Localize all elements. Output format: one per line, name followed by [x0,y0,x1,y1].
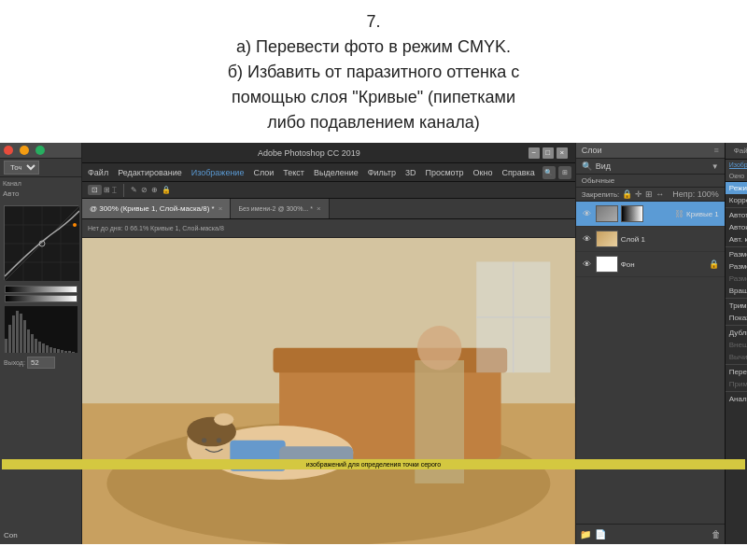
svg-rect-16 [23,320,26,353]
layers-title: Слои [582,146,602,155]
menu-rotate[interactable]: Вращение изображения ▶ [726,285,747,297]
layer-1-eye[interactable]: 👁 [582,233,593,245]
svg-rect-28 [68,351,71,353]
menu-layers[interactable]: Слои [251,168,275,177]
toolbar-eraser[interactable]: ⊘ [141,186,148,194]
menu-autotone[interactable]: Автотон Shift+Ctrl+L [726,209,747,221]
svg-rect-14 [16,311,19,353]
layer-curves-name: Кривые 1 [686,210,719,218]
layer-curves-eye[interactable]: 👁 [582,208,593,219]
tooltip-gray-point: изображений для определения точки серого [2,459,745,469]
layer-curves[interactable]: 👁 ⛓ Кривые 1 [576,202,725,227]
img-sep1 [726,207,747,208]
mode-menu-item[interactable]: Режим ▶ [726,182,747,194]
tab-1[interactable]: @ 300% (Кривые 1, Слой-маска/8) * × [82,199,231,218]
filter-arrow-icon[interactable]: ▼ [712,162,719,171]
menu-reveal[interactable]: Показать все [726,312,747,324]
menu-analysis[interactable]: Анализ ▶ [726,393,747,405]
menu-filter[interactable]: Фильтр [366,168,398,177]
minimize-icon[interactable]: − [529,147,540,159]
menu-text[interactable]: Текст [281,168,306,177]
tab-2-close[interactable]: × [317,204,321,213]
toolbar-fill[interactable]: ⊕ [151,186,158,194]
toolbar-brush[interactable]: ✎ [131,186,137,194]
layers-menu-icon[interactable]: ≡ [714,146,719,155]
toolbar-item-1[interactable]: ⊡ [88,185,102,195]
histogram [5,306,78,353]
layer-curves-thumb [596,205,618,222]
menu-view[interactable]: Просмотр [423,168,465,177]
close-btn[interactable] [4,146,13,155]
photoshop-window: Точка Канал Авто [0,143,747,544]
options-bar: Нет до дня: 0 66.1% Кривые 1, Слой-маска… [82,219,575,238]
workspace-icon[interactable]: ⊞ [558,166,571,179]
menu-imagesize[interactable]: Размер изображения... Alt+Ctrl+I [726,248,747,260]
layers-view-label[interactable]: Вид [596,161,708,171]
layer-1[interactable]: 👁 Слой 1 [576,227,725,252]
menu-extchannel[interactable]: Внешний канал... [726,339,747,351]
point-type-select[interactable]: Точка [4,161,39,175]
canvas-area[interactable] [82,238,575,544]
curves-controls: Канал Авто [0,177,81,202]
menu-3d[interactable]: 3D [403,168,418,177]
photo-content [82,238,575,544]
menu-vars[interactable]: Переменные ▶ [726,366,747,378]
menu-window[interactable]: Окно [472,168,495,177]
menu-canvassize[interactable]: Размер холста... Alt+Ctrl+C [726,260,747,273]
position-icon[interactable]: ✛ [635,189,642,199]
tab-2[interactable]: Без имени-2 @ 300%... * × [231,199,329,218]
menu-trim[interactable]: Тримминг... [726,300,747,312]
lock-label: Закрепить: [582,190,620,199]
extchannel-label: Внешний канал... [729,341,747,349]
layer-1-name: Слой 1 [621,235,645,244]
img-tab-file[interactable]: Файл [731,146,747,156]
img-tab-image[interactable]: Изображение [729,161,747,169]
output-value: 52 [27,357,55,369]
layer-bg-eye[interactable]: 👁 [582,259,593,270]
tab-1-close[interactable]: × [218,204,223,213]
menu-edit[interactable]: Редактирование [116,168,184,177]
layer-bg[interactable]: 👁 Фон 🔒 [576,252,725,277]
menu-image[interactable]: Изображение [190,168,247,177]
search-icon[interactable]: 🔍 [543,166,556,179]
lock-icon[interactable]: 🔒 [622,189,632,199]
layers-kind-label[interactable]: Обычные [582,176,614,185]
img-tab-window[interactable]: Окно [729,173,744,179]
toolbar-item-2[interactable]: ⊞ [104,186,110,194]
options-text: Нет до дня: 0 66.1% Кривые 1, Слой-маска… [88,225,224,231]
menu-select[interactable]: Выделение [312,168,360,177]
max-btn[interactable] [35,146,45,155]
img-menu-tabs-2: Изображение Слои Текст Выделение Фильтр … [726,160,747,182]
menu-autocorrect[interactable]: Авт. коррекция цвета Shift+Ctrl+B [726,233,747,245]
curves-graph[interactable] [4,205,78,280]
svg-rect-29 [72,352,75,353]
menu-calc[interactable]: Вычисления... [726,351,747,363]
menu-file[interactable]: Файл [86,168,110,177]
close-window-icon[interactable]: × [557,147,568,159]
gradient-bar-2 [5,295,78,302]
duplicate-label: Дублировать... [729,329,747,337]
output-row: Выход: 52 [0,355,81,371]
toolbar-lock[interactable]: 🔒 [162,186,171,194]
menu-icons: 🔍 ⊞ [543,166,571,179]
image-menu-panel: Файл Редактирование Изображение Слои Тек… [725,143,747,544]
toolbar-item-3[interactable]: ⌶ [112,186,117,194]
artboard-icon[interactable]: ⊞ [645,189,653,199]
menu-imageresolution[interactable]: Размер изображения [726,273,747,285]
menu-correction[interactable]: Коррекция ▶ [726,194,747,206]
menu-duplicate[interactable]: Дублировать... [726,327,747,339]
reveal-label: Показать все [729,314,747,322]
layer-bg-thumb [596,256,618,273]
maximize-icon[interactable]: □ [543,147,554,159]
transform-icon[interactable]: ↔ [655,189,664,199]
slide-number: 7. [56,9,691,35]
menu-dataset[interactable]: Применить набор данных... [726,378,747,390]
new-group-icon[interactable]: 📁 [580,529,591,539]
delete-layer-icon[interactable]: 🗑 [712,529,721,539]
new-layer-icon[interactable]: 📄 [595,529,606,539]
svg-rect-13 [12,315,15,353]
imagesize-label: Размер изображения... [729,250,747,259]
min-btn[interactable] [20,146,29,155]
menu-autocontrast[interactable]: Автоконтраст Alt+Shift+Ctrl+L [726,221,747,233]
menu-help[interactable]: Справка [500,168,536,177]
